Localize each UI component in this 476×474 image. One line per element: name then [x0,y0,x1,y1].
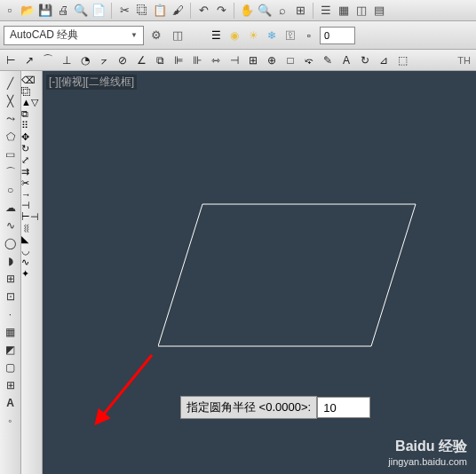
redo-icon[interactable]: ↷ [213,3,229,19]
mirror-icon[interactable]: ▲▽ [21,97,42,108]
ellipse-arc-icon[interactable]: ◗ [1,252,20,270]
copy-obj-icon[interactable]: ⿻ [21,86,42,97]
mtext-icon[interactable]: A [1,394,20,412]
dim-update-icon[interactable]: ↻ [356,51,374,69]
copy-icon[interactable]: ⿻ [134,3,150,19]
lock-icon[interactable]: ⚿ [282,28,298,43]
dim-radius-icon[interactable]: ◔ [76,51,94,69]
stretch-icon[interactable]: ⇉ [21,166,42,178]
match-icon[interactable]: 🖌 [170,3,186,19]
explode-icon[interactable]: ✦ [21,268,42,280]
inspect-icon[interactable]: □ [282,51,299,69]
gradient-icon[interactable]: ◩ [1,341,20,359]
jogged-linear-icon[interactable]: ⤽ [300,51,318,69]
command-prompt: 指定圆角半径 <0.0000>: 10 [180,396,370,419]
undo-icon[interactable]: ↶ [195,3,211,19]
dim-linear-icon[interactable]: ⊢ [2,51,20,69]
revision-cloud-icon[interactable]: ☁ [1,199,20,217]
fillet-icon[interactable]: ◡ [21,245,42,257]
dim-edit-icon[interactable]: ✎ [319,51,337,69]
scale-icon[interactable]: ⤢ [21,154,42,166]
publish-icon[interactable]: 📄 [91,3,107,19]
dim-ordinate-icon[interactable]: ⊥ [58,51,75,69]
tolerance-icon[interactable]: ⊞ [244,51,262,69]
insert-block-icon[interactable]: ⊞ [1,270,20,288]
hatch-icon[interactable]: ▦ [1,323,20,341]
break-at-point-icon[interactable]: ⊣ [21,200,42,211]
watermark-brand: Baidu 经验 [388,438,467,456]
sun-icon[interactable]: ☀ [245,28,261,43]
tool-palette-icon[interactable]: ◫ [353,3,369,19]
lightbulb-icon[interactable]: ◉ [226,28,242,43]
chevron-down-icon: ▼ [131,31,138,39]
center-mark-icon[interactable]: ⊕ [263,51,281,69]
dim-override-icon[interactable]: ⬚ [393,51,411,69]
workspace-dropdown[interactable]: AutoCAD 经典 ▼ [4,26,144,45]
sheet-icon[interactable]: ▤ [371,3,387,19]
extend-icon[interactable]: → [21,189,42,200]
ellipse-icon[interactable]: ◯ [1,234,20,252]
design-center-icon[interactable]: ▦ [336,3,352,19]
dim-quick-icon[interactable]: ⧉ [151,51,169,69]
dim-diameter-icon[interactable]: ⊘ [114,51,131,69]
new-icon[interactable]: ▫ [2,3,18,19]
circle-icon[interactable]: ○ [1,181,20,199]
layer-manager-icon[interactable]: ☰ [208,28,224,43]
dim-angular-icon[interactable]: ∠ [132,51,150,69]
blend-icon[interactable]: ∿ [21,257,42,268]
trim-icon[interactable]: ✂ [21,178,42,189]
add-selected-icon[interactable]: ◦ [1,412,20,430]
move-icon[interactable]: ✥ [21,131,42,143]
open-icon[interactable]: 📂 [20,3,36,19]
dim-continue-icon[interactable]: ⊪ [188,51,206,69]
chamfer-icon[interactable]: ◣ [21,233,42,245]
line-icon[interactable]: ╱ [1,75,20,92]
dim-aligned-icon[interactable]: ↗ [20,51,38,69]
dim-space-icon[interactable]: ⇿ [207,51,225,69]
table-icon[interactable]: ⊞ [1,376,20,394]
pan-icon[interactable]: ✋ [239,3,255,19]
drawing-canvas[interactable]: [-][俯视][二维线框] 指定圆角半径 <0.0000>: 10 Baidu … [43,71,476,474]
workspace-settings-icon[interactable]: ◫ [169,27,186,44]
preview-icon[interactable]: 🔍 [73,3,89,19]
join-icon[interactable]: ⧛ [21,223,42,233]
rectangle-icon[interactable]: ▭ [1,146,20,163]
polyline-icon[interactable]: ⤳ [1,110,20,128]
print-icon[interactable]: 🖨 [55,3,71,19]
layer-name-input[interactable]: 0 [320,27,355,44]
polygon-icon[interactable]: ⬠ [1,128,20,146]
erase-icon[interactable]: ⌫ [21,75,42,86]
viewport-label[interactable]: [-][俯视][二维线框] [46,75,137,90]
dim-break-icon[interactable]: ⊣ [226,51,243,69]
array-icon[interactable]: ⠿ [21,120,42,131]
draw-toolbar: ╱ ╳ ⤳ ⬠ ▭ ⌒ ○ ☁ ∿ ◯ ◗ ⊞ ⊡ · ▦ ◩ ▢ ⊞ A ◦ [0,71,21,474]
modify-toolbar: ⌫ ⿻ ▲▽ ⧉ ⠿ ✥ ↻ ⤢ ⇉ ✂ → ⊣ ⊢⊣ ⧛ ◣ ◡ ∿ ✦ [21,71,43,474]
dim-arc-icon[interactable]: ⌒ [39,51,57,69]
break-icon[interactable]: ⊢⊣ [21,211,42,223]
dim-text-edit-icon[interactable]: A [337,51,355,69]
freeze-icon[interactable]: ❄ [264,28,280,43]
color-icon[interactable]: ▫ [301,28,317,43]
offset-icon[interactable]: ⧉ [21,108,42,120]
prompt-input[interactable]: 10 [317,397,370,418]
main-area: ╱ ╳ ⤳ ⬠ ▭ ⌒ ○ ☁ ∿ ◯ ◗ ⊞ ⊡ · ▦ ◩ ▢ ⊞ A ◦ … [0,71,476,474]
paste-icon[interactable]: 📋 [152,3,168,19]
arc-icon[interactable]: ⌒ [1,163,20,181]
zoom-window-icon[interactable]: ⌕ [274,3,290,19]
region-icon[interactable]: ▢ [1,359,20,376]
dim-style-icon[interactable]: ⊿ [375,51,393,69]
dim-jogged-icon[interactable]: ⦢ [95,51,113,69]
properties-icon[interactable]: ☰ [318,3,334,19]
construction-line-icon[interactable]: ╳ [1,92,20,110]
zoom-icon[interactable]: 🔍 [257,3,273,19]
make-block-icon[interactable]: ⊡ [1,288,20,305]
dim-baseline-icon[interactable]: ⊫ [170,51,187,69]
zoom-prev-icon[interactable]: ⊞ [292,3,308,19]
prompt-label: 指定圆角半径 <0.0000>: [180,396,317,419]
gear-icon[interactable]: ⚙ [147,27,165,44]
cut-icon[interactable]: ✂ [116,3,132,19]
save-icon[interactable]: 💾 [37,3,53,19]
point-icon[interactable]: · [1,305,20,323]
spline-icon[interactable]: ∿ [1,217,20,234]
rotate-icon[interactable]: ↻ [21,143,42,154]
